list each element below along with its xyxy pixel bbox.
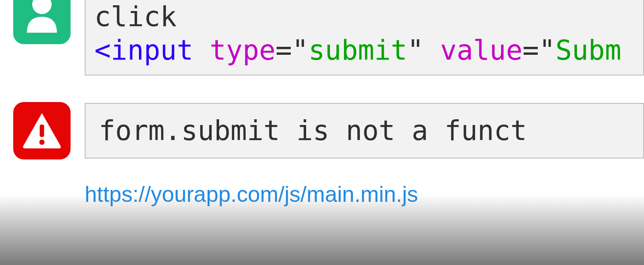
interaction-code-block: click <input type="submit" value="Subm xyxy=(85,0,644,76)
code-line-2: <input type="submit" value="Subm xyxy=(94,34,634,67)
html-punct: =" xyxy=(276,34,309,66)
source-link[interactable]: https://yourapp.com/js/main.min.js xyxy=(85,182,418,207)
error-icon xyxy=(13,102,71,159)
svg-point-2 xyxy=(39,140,45,145)
error-message-text: form.submit is not a funct xyxy=(99,114,527,147)
svg-rect-1 xyxy=(40,125,44,137)
html-attr-name: value xyxy=(440,34,523,66)
source-row: https://yourapp.com/js/main.min.js xyxy=(0,182,644,207)
error-row: form.submit is not a funct xyxy=(0,102,644,159)
code-line-1: click xyxy=(94,0,634,34)
html-punct: " xyxy=(407,34,423,66)
html-attr-value: submit xyxy=(308,34,407,66)
svg-point-0 xyxy=(32,0,52,14)
html-attr-name: type xyxy=(210,34,275,66)
user-icon xyxy=(13,0,71,44)
html-tag: <input xyxy=(94,34,193,66)
html-attr-value: Subm xyxy=(555,34,621,66)
html-punct: =" xyxy=(523,34,556,66)
interaction-row: click <input type="submit" value="Subm xyxy=(0,0,644,76)
error-message-block: form.submit is not a funct xyxy=(85,103,644,159)
